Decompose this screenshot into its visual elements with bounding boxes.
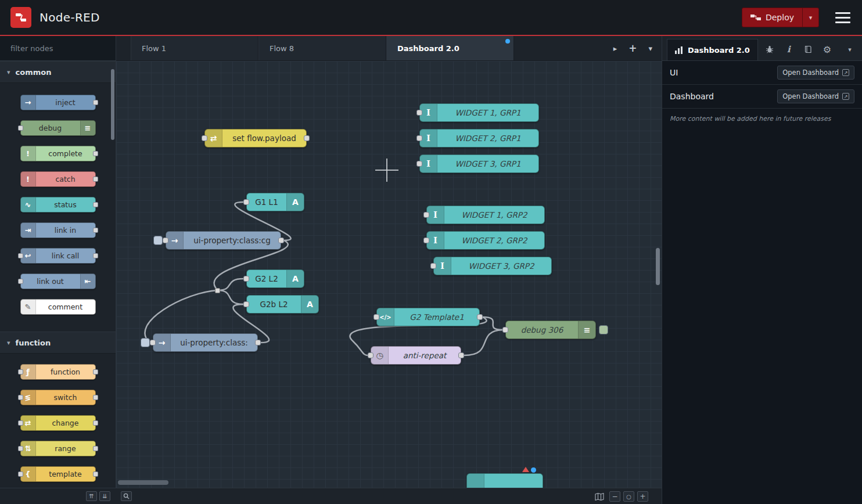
palette-node-range[interactable]: ⇅ range [20,441,96,456]
port-out[interactable] [93,420,98,426]
flow-node-widget-1-grp1[interactable]: I WIDGET 1, GRP1 [419,103,539,122]
search-flows-button[interactable] [121,491,132,501]
tab-list-menu-icon[interactable]: ▾ [648,44,652,53]
port-in[interactable] [18,395,23,400]
flow-node-anti-repeat[interactable]: ◷ anti-repeat [371,346,461,365]
palette-node-link-call[interactable]: ↩ link call [20,248,96,264]
flow-node-debug-306[interactable]: debug 306 ≡ [505,321,596,339]
port-out[interactable] [93,151,98,156]
port-out[interactable] [93,253,98,258]
port-in[interactable] [423,237,429,243]
port-out[interactable] [278,237,284,243]
debug-messages-icon[interactable] [762,42,777,57]
port-in[interactable] [416,135,422,141]
port-out[interactable] [255,340,261,345]
palette-filter-input[interactable] [9,44,110,53]
palette-node-comment[interactable]: ✎ comment [20,299,96,315]
palette-node-status[interactable]: ∿ status [20,197,96,213]
flow-node-g2b-l2[interactable]: G2b L2 A [246,295,319,314]
port-in[interactable] [18,125,23,131]
palette-node-function[interactable]: ƒ function [20,364,96,380]
zoom-out-button[interactable]: − [609,491,620,502]
help-book-icon[interactable] [800,42,816,57]
deploy-main[interactable]: Deploy [742,8,802,27]
port-in[interactable] [243,276,249,282]
port-out[interactable] [93,369,98,375]
flow-node-partial[interactable] [466,473,543,488]
port-in[interactable] [18,471,23,477]
port-in[interactable] [373,314,379,320]
port-in[interactable] [18,279,23,284]
add-flow-button[interactable]: + [628,42,637,54]
port-in[interactable] [202,135,207,141]
port-in[interactable] [150,340,156,345]
palette-node-catch[interactable]: ! catch [20,171,96,187]
palette-node-debug[interactable]: debug ≡ [20,120,96,136]
port-in[interactable] [163,237,168,243]
canvas-horizontal-scrollbar[interactable] [118,480,168,485]
port-in[interactable] [18,420,23,426]
palette-expand-all-icon[interactable]: ⇊ [99,491,110,501]
port-in[interactable] [18,253,23,258]
palette-node-link-in[interactable]: ⇥ link in [20,222,96,238]
palette-category-function[interactable]: ▾ function [0,332,116,354]
flow-node-g2-template1[interactable]: </> G2 Template1 [376,308,480,326]
palette-node-inject[interactable]: → inject [20,95,96,110]
port-in[interactable] [430,263,436,269]
inject-button[interactable] [153,236,163,245]
palette-node-complete[interactable]: ! complete [20,146,96,161]
port-out[interactable] [93,471,98,477]
port-in[interactable] [368,352,373,358]
port-in[interactable] [18,369,23,375]
sidebar-tab-dashboard[interactable]: Dashboard 2.0 [667,39,758,60]
flow-canvas[interactable]: ⇄ set flow.payload I WIDGET 1, GRP1 I WI… [116,61,662,488]
zoom-in-button[interactable]: + [637,491,648,502]
flow-node-change[interactable]: ⇄ set flow.payload [204,129,307,147]
flow-node-widget-3-grp1[interactable]: I WIDGET 3, GRP1 [419,154,539,173]
flow-node-widget-2-grp1[interactable]: I WIDGET 2, GRP1 [419,129,539,147]
tab-dashboard-2[interactable]: Dashboard 2.0 [386,36,514,60]
tab-flow-1[interactable]: Flow 1 [131,36,258,60]
navigator-map-icon[interactable] [595,493,604,501]
wire[interactable] [464,330,502,355]
port-out[interactable] [93,446,98,451]
main-menu-button[interactable] [834,10,852,26]
tab-flow-8[interactable]: Flow 8 [258,36,386,60]
port-in[interactable] [416,110,422,116]
port-in[interactable] [243,199,249,205]
wire[interactable] [218,290,243,304]
zoom-reset-button[interactable]: ○ [623,491,634,502]
open-dashboard-button[interactable]: Open Dashboard ↗ [777,89,854,103]
port-in[interactable] [423,212,429,218]
palette-scrollbar[interactable] [111,69,114,140]
flow-node-widget-2-grp2[interactable]: I WIDGET 2, GRP2 [426,231,545,250]
port-in[interactable] [18,446,23,451]
flow-node-g1-l1[interactable]: G1 L1 A [246,193,304,211]
flow-node-widget-1-grp2[interactable]: I WIDGET 1, GRP2 [426,206,545,224]
deploy-button[interactable]: Deploy ▾ [742,8,819,27]
open-dashboard-button[interactable]: Open Dashboard ↗ [777,66,854,80]
port-out[interactable] [93,177,98,182]
wire[interactable] [218,279,243,290]
flow-node-ui-property-cg[interactable]: → ui-property:class:cg [166,231,281,250]
port-out[interactable] [93,100,98,105]
palette-node-change[interactable]: ⇄ change [20,415,96,431]
palette-collapse-all-icon[interactable]: ⇈ [86,491,97,501]
port-out[interactable] [93,202,98,207]
port-out[interactable] [458,352,464,358]
port-in[interactable] [502,327,508,333]
flow-node-g2-l2[interactable]: G2 L2 A [246,269,304,288]
info-icon[interactable]: i [781,42,796,57]
port-out[interactable] [93,395,98,400]
wire-junction[interactable] [215,288,220,293]
palette-node-switch[interactable]: ≶ switch [20,390,96,405]
inject-button[interactable] [141,338,150,347]
flow-node-widget-3-grp2[interactable]: I WIDGET 3, GRP2 [433,257,552,275]
canvas-vertical-scrollbar[interactable] [656,248,660,285]
sidebar-menu-caret-icon[interactable]: ▾ [842,42,857,57]
tab-scroll-right-icon[interactable]: ▸ [613,44,617,53]
flow-node-ui-property-2[interactable]: → ui-property:class: [153,333,258,352]
palette-node-template[interactable]: { template [20,466,96,482]
deploy-options-caret[interactable]: ▾ [802,8,818,27]
port-in[interactable] [243,301,249,307]
